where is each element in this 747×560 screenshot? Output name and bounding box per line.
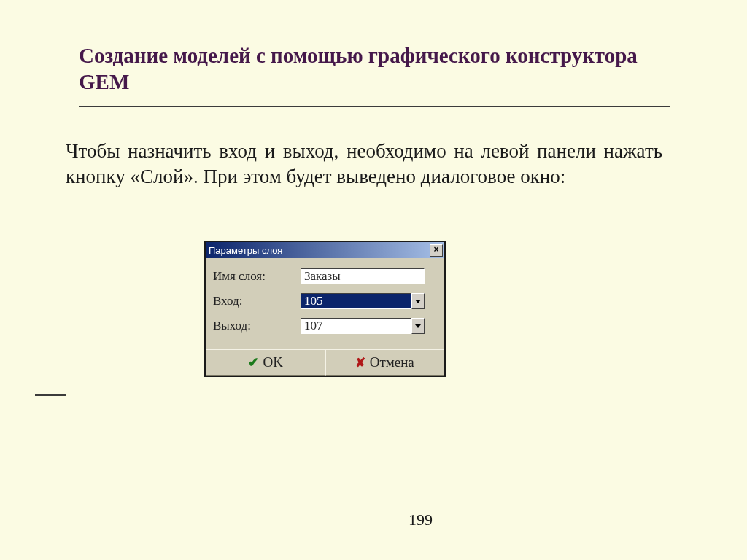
row-layer-name: Имя слоя: Заказы [213,268,437,284]
layer-params-dialog: Параметры слоя × Имя слоя: Заказы Вход: … [204,241,446,377]
chevron-down-icon [415,300,421,303]
combo-input[interactable]: 105 [301,293,425,309]
label-input: Вход: [213,294,301,308]
close-icon: × [433,244,438,254]
label-layer-name: Имя слоя: [213,269,301,284]
page-number: 199 [409,510,433,529]
x-icon: ✘ [355,355,365,370]
close-button[interactable]: × [430,244,443,257]
combo-output[interactable]: 107 [301,318,425,334]
combo-input-value[interactable]: 105 [301,293,411,309]
dialog-titlebar[interactable]: Параметры слоя × [206,242,444,258]
ok-button[interactable]: ✔ OK [206,349,325,376]
cancel-button-label: Отмена [370,354,414,370]
accent-bar [35,394,66,396]
check-icon: ✔ [248,354,259,370]
chevron-down-icon [415,324,421,328]
title-block: Создание моделей с помощью графического … [79,42,670,107]
combo-input-dropdown-button[interactable] [411,293,425,309]
row-output: Выход: 107 [213,318,437,334]
dialog-body: Имя слоя: Заказы Вход: 105 Выход: 107 [206,258,444,349]
combo-output-dropdown-button[interactable] [411,318,425,334]
slide-body-text: Чтобы назначить вход и выход, необходимо… [66,139,662,189]
dialog-button-row: ✔ OK ✘ Отмена [206,349,444,376]
slide-title: Создание моделей с помощью графического … [79,42,670,96]
label-output: Выход: [213,319,301,333]
combo-output-value[interactable]: 107 [301,318,411,334]
ok-button-label: OK [263,354,283,370]
row-input: Вход: 105 [213,293,437,309]
dialog-title: Параметры слоя [209,245,282,256]
slide: Создание моделей с помощью графического … [0,0,747,560]
input-layer-name[interactable]: Заказы [301,268,425,284]
cancel-button[interactable]: ✘ Отмена [325,349,445,376]
title-underline [79,106,670,107]
